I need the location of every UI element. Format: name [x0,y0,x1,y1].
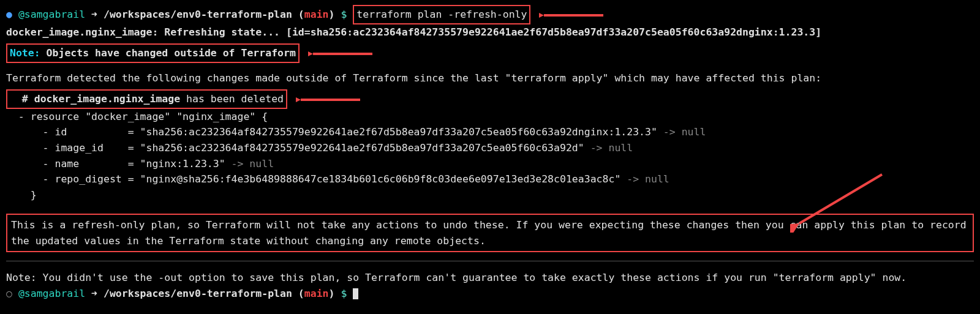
status-bullet: ○ [6,288,12,299]
annotation-arrow-icon [296,94,363,106]
note-line: Note: Objects have changed outside of Te… [6,43,974,63]
annotation-arrow-icon [790,171,888,233]
prompt-dollar: $ [341,9,347,20]
terminal-cursor [353,288,358,299]
prompt-branch: main [304,9,329,20]
branch-close: ) [329,288,335,299]
prompt-arrow-icon: ➜ [91,288,97,299]
status-bullet: ● [6,9,12,20]
prompt-username: @samgabrail [18,9,85,20]
deleted-highlight-box: # docker_image.nginx_image has been dele… [6,89,287,109]
prompt-branch: main [304,288,329,299]
detected-changes-line: Terraform detected the following changes… [6,70,974,86]
branch-open: ( [298,9,304,20]
deleted-resource-name: # docker_image.nginx_image [10,93,180,105]
branch-open: ( [298,288,304,299]
annotation-arrow-icon [539,9,606,21]
prompt-username: @samgabrail [18,288,85,299]
terraform-command: terraform plan -refresh-only [356,9,527,20]
command-highlight-box: terraform plan -refresh-only [353,5,530,24]
prompt-path: /workspaces/env0-terraform-plan [104,288,292,299]
prompt-line-1[interactable]: ● @samgabrail ➜ /workspaces/env0-terrafo… [6,5,974,24]
deleted-suffix: has been deleted [180,93,284,105]
attr-id-line: - id = "sha256:ac232364af842735579e92264… [6,124,974,140]
refresh-state-line: docker_image.nginx_image: Refreshing sta… [6,24,974,40]
prompt-dollar: $ [341,288,347,299]
annotation-arrow-icon [308,48,375,60]
note-prefix: Note: [10,47,40,59]
prompt-arrow-icon: ➜ [91,9,97,20]
branch-close: ) [329,9,335,20]
prompt-line-2[interactable]: ○ @samgabrail ➜ /workspaces/env0-terrafo… [6,286,974,302]
attr-name-line: - name = "nginx:1.23.3" -> null [6,156,974,172]
note-text: Objects have changed outside of Terrafor… [40,47,296,59]
svg-line-3 [799,174,882,223]
attr-image-id-line: - image_id = "sha256:ac232364af842735579… [6,140,974,156]
out-option-note: Note: You didn't use the -out option to … [6,270,974,286]
prompt-path: /workspaces/env0-terraform-plan [104,9,292,20]
resource-open-line: - resource "docker_image" "nginx_image" … [6,109,974,125]
divider [6,261,974,261]
deleted-resource-line: # docker_image.nginx_image has been dele… [6,89,974,109]
note-highlight-box: Note: Objects have changed outside of Te… [6,43,300,63]
